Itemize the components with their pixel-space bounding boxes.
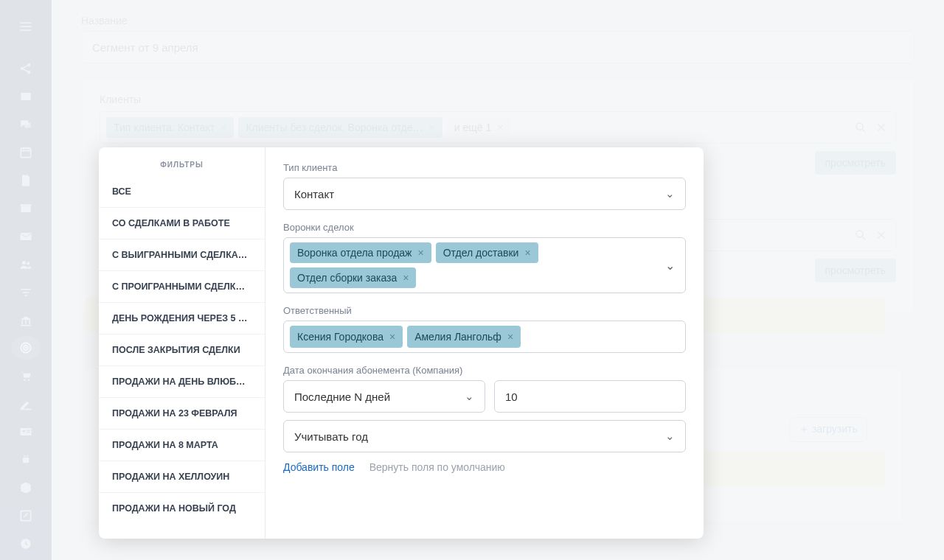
funnel-tag[interactable]: Отдел сборки заказа× bbox=[290, 267, 416, 288]
filters-title: ФИЛЬТРЫ bbox=[99, 158, 265, 176]
panel-links: Добавить поле Вернуть поля по умолчанию bbox=[283, 461, 686, 473]
chevron-down-icon: ⌄ bbox=[665, 187, 675, 200]
preset-item[interactable]: ПОСЛЕ ЗАКРЫТИЯ СДЕЛКИ bbox=[99, 335, 265, 366]
funnels-label: Воронки сделок bbox=[283, 222, 686, 233]
preset-item[interactable]: С ПРОИГРАННЫМИ СДЕЛК… bbox=[99, 271, 265, 303]
remove-tag-icon[interactable]: × bbox=[417, 248, 423, 258]
preset-item[interactable]: ВСЕ bbox=[99, 176, 265, 208]
preset-item[interactable]: ПРОДАЖИ НА НОВЫЙ ГОД bbox=[99, 493, 265, 524]
subscription-end-label: Дата окончания абонемента (Компания) bbox=[283, 365, 686, 376]
client-type-select[interactable]: Контакт ⌄ bbox=[283, 178, 686, 210]
responsible-tag[interactable]: Амелия Лангольф× bbox=[407, 326, 521, 348]
period-n-input[interactable] bbox=[494, 380, 686, 413]
preset-item[interactable]: ПРОДАЖИ НА 23 ФЕВРАЛЯ bbox=[99, 398, 265, 430]
period-select[interactable]: Последние N дней ⌄ bbox=[283, 380, 485, 413]
preset-item[interactable]: ПРОДАЖИ НА ДЕНЬ ВЛЮБ… bbox=[99, 366, 265, 398]
preset-item[interactable]: ПРОДАЖИ НА ХЕЛЛОУИН bbox=[99, 461, 265, 493]
preset-item[interactable]: СО СДЕЛКАМИ В РАБОТЕ bbox=[99, 208, 265, 239]
filters-presets-column: ФИЛЬТРЫ ВСЕ СО СДЕЛКАМИ В РАБОТЕ С ВЫИГР… bbox=[99, 147, 266, 539]
responsible-tag[interactable]: Ксения Городкова× bbox=[290, 326, 403, 348]
remove-tag-icon[interactable]: × bbox=[524, 248, 530, 258]
preset-item[interactable]: ПРОДАЖИ НА 8 МАРТА bbox=[99, 430, 265, 461]
responsible-select[interactable]: Ксения Городкова× Амелия Лангольф× bbox=[283, 321, 686, 353]
funnel-tag[interactable]: Воронка отдела продаж× bbox=[290, 242, 431, 263]
remove-tag-icon[interactable]: × bbox=[507, 332, 513, 342]
chevron-down-icon: ⌄ bbox=[665, 430, 675, 443]
client-type-label: Тип клиента bbox=[283, 162, 686, 173]
add-field-link[interactable]: Добавить поле bbox=[283, 461, 355, 473]
funnels-select[interactable]: Воронка отдела продаж× Отдел доставки× О… bbox=[283, 237, 686, 293]
remove-tag-icon[interactable]: × bbox=[389, 332, 395, 342]
chevron-down-icon: ⌄ bbox=[665, 259, 675, 273]
year-mode-select[interactable]: Учитывать год ⌄ bbox=[283, 420, 686, 452]
filter-dropdown-panel: ФИЛЬТРЫ ВСЕ СО СДЕЛКАМИ В РАБОТЕ С ВЫИГР… bbox=[99, 147, 704, 539]
funnel-tag[interactable]: Отдел доставки× bbox=[436, 242, 538, 263]
preset-item[interactable]: ДЕНЬ РОЖДЕНИЯ ЧЕРЕЗ 5 … bbox=[99, 303, 265, 335]
responsible-label: Ответственный bbox=[283, 305, 686, 316]
filter-form-column: Тип клиента Контакт ⌄ Воронки сделок Вор… bbox=[266, 147, 704, 539]
preset-item[interactable]: С ВЫИГРАННЫМИ СДЕЛКА… bbox=[99, 239, 265, 271]
reset-fields-link[interactable]: Вернуть поля по умолчанию bbox=[369, 461, 505, 473]
chevron-down-icon: ⌄ bbox=[465, 390, 474, 403]
remove-tag-icon[interactable]: × bbox=[403, 273, 409, 283]
